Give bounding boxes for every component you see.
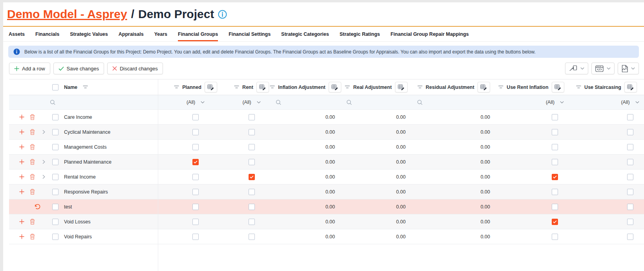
filter-dropdown-use_rent_inflation[interactable]: (All)	[546, 100, 564, 105]
column-header-name[interactable]: Name	[64, 85, 77, 90]
row-checkbox[interactable]	[52, 189, 59, 195]
cell-value-residual_adjustment[interactable]: 0.00	[481, 114, 490, 120]
export-file-button[interactable]	[618, 63, 639, 74]
cell-value-inflation_adjustment[interactable]: 0.00	[326, 234, 335, 240]
header-filter-icon[interactable]	[174, 85, 179, 89]
cell-checkbox-use_staircasing[interactable]	[627, 204, 633, 210]
column-header-rent[interactable]: Rent	[242, 85, 253, 90]
cell-checkbox-planned[interactable]	[192, 144, 199, 150]
cell-checkbox-use_rent_inflation[interactable]	[552, 129, 558, 135]
cell-checkbox-use_staircasing[interactable]	[627, 144, 633, 150]
cell-checkbox-rent[interactable]	[249, 159, 255, 165]
row-checkbox[interactable]	[52, 159, 59, 165]
plus-icon[interactable]	[19, 159, 24, 164]
row-name-label[interactable]: Void Losses	[64, 219, 90, 225]
cell-checkbox-planned[interactable]	[192, 219, 199, 225]
cell-checkbox-use_staircasing[interactable]	[627, 189, 633, 195]
trash-icon[interactable]	[30, 234, 35, 240]
embed-code-button[interactable]	[591, 63, 615, 74]
row-checkbox[interactable]	[52, 204, 59, 210]
cell-value-real_adjustment[interactable]: 0.00	[396, 129, 406, 135]
cell-value-real_adjustment[interactable]: 0.00	[396, 204, 406, 210]
cell-checkbox-use_rent_inflation[interactable]	[552, 114, 558, 120]
row-name-label[interactable]: Rental Income	[64, 174, 96, 180]
cell-value-real_adjustment[interactable]: 0.00	[396, 219, 406, 225]
discard-changes-button[interactable]: Discard changes	[107, 63, 163, 74]
row-name-label[interactable]: Care Income	[64, 114, 92, 120]
cell-value-residual_adjustment[interactable]: 0.00	[481, 189, 490, 195]
undo-icon[interactable]	[34, 204, 40, 210]
trash-icon[interactable]	[30, 144, 35, 150]
cell-checkbox-use_rent_inflation[interactable]	[552, 144, 558, 150]
cell-value-real_adjustment[interactable]: 0.00	[396, 144, 406, 150]
search-filter-real_adjustment[interactable]	[346, 100, 352, 105]
filter-dropdown-planned[interactable]: (All)	[187, 100, 205, 105]
chevron-right-icon[interactable]	[42, 160, 45, 164]
column-header-use_staircasing[interactable]: Use Staircasing	[584, 85, 621, 90]
cell-value-real_adjustment[interactable]: 0.00	[396, 234, 406, 240]
save-changes-button[interactable]: Save changes	[53, 63, 104, 74]
tab-financial-settings[interactable]: Financial Settings	[229, 27, 271, 41]
cell-checkbox-planned[interactable]	[192, 174, 199, 180]
cell-checkbox-planned[interactable]	[192, 204, 199, 210]
trash-icon[interactable]	[30, 174, 35, 180]
cell-checkbox-rent[interactable]	[249, 114, 255, 120]
cell-checkbox-planned[interactable]	[192, 114, 199, 120]
cell-checkbox-planned[interactable]	[192, 129, 199, 135]
cell-checkbox-use_staircasing[interactable]	[627, 219, 633, 225]
cell-value-residual_adjustment[interactable]: 0.00	[481, 204, 490, 210]
select-all-checkbox[interactable]	[52, 84, 59, 90]
batch-edit-button[interactable]	[205, 82, 217, 92]
plus-icon[interactable]	[19, 189, 24, 194]
cell-value-real_adjustment[interactable]: 0.00	[396, 174, 406, 180]
cell-checkbox-planned[interactable]	[192, 189, 199, 195]
info-icon[interactable]	[218, 10, 227, 19]
cell-checkbox-use_rent_inflation[interactable]	[552, 219, 558, 225]
cell-checkbox-rent[interactable]	[249, 234, 255, 240]
cell-value-inflation_adjustment[interactable]: 0.00	[326, 204, 335, 210]
batch-edit-button[interactable]	[395, 82, 408, 92]
cell-checkbox-use_rent_inflation[interactable]	[552, 204, 558, 210]
cell-checkbox-use_staircasing[interactable]	[627, 234, 633, 240]
trash-icon[interactable]	[30, 219, 35, 225]
cell-checkbox-use_rent_inflation[interactable]	[552, 234, 558, 240]
search-filter-name[interactable]	[50, 100, 55, 105]
row-name-label[interactable]: Planned Maintenance	[64, 159, 112, 165]
chevron-right-icon[interactable]	[42, 175, 45, 179]
row-checkbox[interactable]	[52, 144, 59, 150]
cell-value-inflation_adjustment[interactable]: 0.00	[326, 219, 335, 225]
cell-value-inflation_adjustment[interactable]: 0.00	[326, 189, 335, 195]
row-name-label[interactable]: Management Costs	[64, 144, 106, 150]
header-filter-icon[interactable]	[498, 85, 503, 89]
header-filter-icon[interactable]	[417, 85, 423, 89]
filter-dropdown-rent[interactable]: (All)	[242, 100, 260, 105]
trash-icon[interactable]	[30, 114, 35, 120]
tab-years[interactable]: Years	[154, 27, 167, 41]
cell-checkbox-rent[interactable]	[249, 219, 255, 225]
row-checkbox[interactable]	[52, 219, 59, 225]
batch-edit-button[interactable]	[624, 82, 637, 92]
plus-icon[interactable]	[19, 144, 24, 149]
tab-financials[interactable]: Financials	[35, 27, 59, 41]
row-name-label[interactable]: Responsive Repairs	[64, 189, 108, 195]
plus-icon[interactable]	[19, 219, 24, 224]
cell-value-residual_adjustment[interactable]: 0.00	[481, 144, 490, 150]
cell-value-residual_adjustment[interactable]: 0.00	[481, 234, 490, 240]
plus-icon[interactable]	[19, 234, 24, 239]
batch-edit-button[interactable]	[552, 82, 564, 92]
cell-checkbox-use_staircasing[interactable]	[627, 114, 633, 120]
cell-checkbox-rent[interactable]	[249, 144, 255, 150]
cell-checkbox-rent[interactable]	[249, 189, 255, 195]
import-data-button[interactable]	[565, 63, 588, 74]
cell-checkbox-rent[interactable]	[249, 204, 255, 210]
cell-value-real_adjustment[interactable]: 0.00	[396, 159, 406, 165]
cell-value-inflation_adjustment[interactable]: 0.00	[326, 114, 335, 120]
column-header-use_rent_inflation[interactable]: Use Rent Inflation	[507, 85, 548, 90]
column-header-real_adjustment[interactable]: Real Adjustment	[353, 85, 392, 90]
search-filter-inflation_adjustment[interactable]	[276, 100, 281, 105]
tab-appraisals[interactable]: Appraisals	[119, 27, 144, 41]
tab-assets[interactable]: Assets	[9, 27, 25, 41]
cell-checkbox-use_staircasing[interactable]	[627, 159, 633, 165]
batch-edit-button[interactable]	[256, 82, 269, 92]
batch-edit-button[interactable]	[329, 82, 341, 92]
